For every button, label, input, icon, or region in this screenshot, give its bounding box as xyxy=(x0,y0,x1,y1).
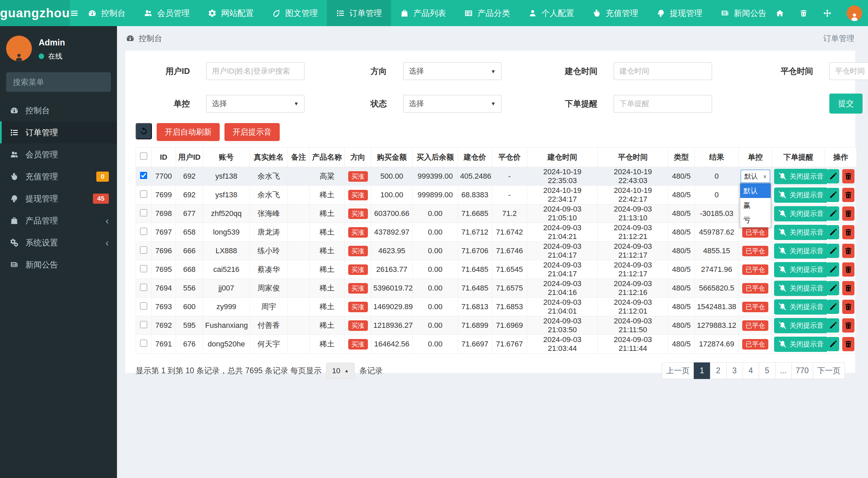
top-nav-item[interactable]: 新闻公告 xyxy=(711,0,775,26)
sidebar-item[interactable]: 提现管理 45 xyxy=(0,187,117,210)
delete-button[interactable] xyxy=(842,337,854,351)
auto-refresh-button[interactable]: 开启自动刷新 xyxy=(157,123,220,141)
mute-alert-button[interactable]: 关闭提示音 xyxy=(774,225,828,240)
delete-button[interactable] xyxy=(842,206,854,221)
mute-alert-button[interactable]: 关闭提示音 xyxy=(774,337,828,352)
row-checkbox[interactable] xyxy=(140,191,147,198)
delete-button[interactable] xyxy=(842,169,854,183)
edit-button[interactable] xyxy=(827,318,839,333)
row-checkbox[interactable] xyxy=(140,172,147,179)
top-nav-item[interactable]: 充值管理 xyxy=(583,0,647,26)
mute-alert-button[interactable]: 关闭提示音 xyxy=(774,187,828,203)
cell-open-time: 2024-09-03 21:04:16 xyxy=(527,279,598,298)
edit-button[interactable] xyxy=(827,337,839,351)
delete-button[interactable] xyxy=(842,188,854,202)
delete-button[interactable] xyxy=(842,262,854,277)
status-select[interactable]: 选择▼ xyxy=(403,95,501,113)
top-nav-item-label: 充值管理 xyxy=(606,8,638,19)
home-icon[interactable] xyxy=(775,9,784,18)
row-checkbox[interactable] xyxy=(140,340,147,347)
cell-order-alert: 关闭提示音 xyxy=(772,242,825,260)
top-nav-item[interactable]: 提现管理 xyxy=(647,0,711,26)
page-button[interactable]: 下一页 xyxy=(813,362,845,379)
row-checkbox[interactable] xyxy=(140,284,147,291)
mute-alert-button[interactable]: 关闭提示音 xyxy=(774,318,828,333)
cell-close-time: 2024-10-19 22:43:03 xyxy=(598,167,668,186)
sidebar-search-input[interactable] xyxy=(13,78,113,87)
cell-actions xyxy=(825,242,857,260)
top-nav-item[interactable]: 订单管理 xyxy=(327,0,391,26)
top-nav-item[interactable]: 图文管理 xyxy=(263,0,327,26)
row-checkbox[interactable] xyxy=(140,321,147,328)
top-nav-item[interactable]: 网站配置 xyxy=(199,0,263,26)
delete-button[interactable] xyxy=(842,244,854,258)
mute-alert-button[interactable]: 关闭提示音 xyxy=(774,281,828,296)
dropdown-option-default[interactable]: 默认 xyxy=(740,183,771,198)
trash-icon[interactable] xyxy=(799,9,808,18)
top-nav-item[interactable]: 产品分类 xyxy=(455,0,519,26)
page-button[interactable]: 2 xyxy=(710,362,727,379)
shopping-bag-icon xyxy=(10,216,19,225)
edit-button[interactable] xyxy=(827,281,839,295)
user-menu[interactable]: Admin xyxy=(847,5,868,21)
order-alert-input[interactable] xyxy=(614,95,712,113)
row-checkbox[interactable] xyxy=(140,209,147,216)
delete-button[interactable] xyxy=(842,225,854,239)
caret-up-icon: ▲ xyxy=(344,368,349,373)
row-checkbox[interactable] xyxy=(140,265,147,272)
edit-button[interactable] xyxy=(827,225,839,239)
row-checkbox[interactable] xyxy=(140,228,147,235)
top-nav-item[interactable]: 会员管理 xyxy=(135,0,199,26)
per-page-select[interactable]: 10 ▲ xyxy=(326,363,354,379)
sidebar-item[interactable]: 订单管理 xyxy=(0,121,117,143)
sidebar-item[interactable]: 充值管理 0 xyxy=(0,165,117,187)
row-checkbox[interactable] xyxy=(140,246,147,254)
cell-user-id: 668 xyxy=(176,260,203,279)
sidebar-item[interactable]: 控制台 xyxy=(0,99,117,121)
delete-button[interactable] xyxy=(842,300,854,314)
breadcrumb-left[interactable]: 控制台 xyxy=(126,33,162,44)
dropdown-option-lose[interactable]: 亏 xyxy=(740,213,771,227)
delete-button[interactable] xyxy=(842,281,854,295)
submit-button[interactable]: 提交 xyxy=(829,94,863,114)
mute-alert-button[interactable]: 关闭提示音 xyxy=(774,299,828,315)
edit-button[interactable] xyxy=(827,188,839,202)
menu-toggle-button[interactable] xyxy=(70,0,79,26)
row-checkbox[interactable] xyxy=(140,302,147,310)
dropdown-option-win[interactable]: 赢 xyxy=(740,198,771,213)
page-button[interactable]: ... xyxy=(775,362,792,379)
delete-button[interactable] xyxy=(842,318,854,333)
page-button[interactable]: 上一页 xyxy=(662,362,694,379)
select-all-checkbox[interactable] xyxy=(140,153,147,160)
top-nav-item[interactable]: 产品列表 xyxy=(391,0,455,26)
sound-toggle-button[interactable]: 开启提示音 xyxy=(224,123,280,141)
control-select[interactable]: 选择▼ xyxy=(206,95,304,113)
page-button[interactable]: 3 xyxy=(726,362,743,379)
mute-alert-button[interactable]: 关闭提示音 xyxy=(774,169,828,184)
open-time-input[interactable] xyxy=(614,62,712,80)
close-time-input[interactable] xyxy=(829,62,868,80)
mute-alert-button[interactable]: 关闭提示音 xyxy=(774,262,828,277)
sidebar-item[interactable]: 系统设置 ‹ xyxy=(0,232,117,254)
page-button[interactable]: 5 xyxy=(759,362,775,379)
row-control-select[interactable]: 默认 ∨ xyxy=(741,170,770,183)
edit-button[interactable] xyxy=(827,262,839,277)
edit-button[interactable] xyxy=(827,169,839,183)
fullscreen-icon[interactable] xyxy=(823,9,832,18)
sidebar-item[interactable]: 产品管理 ‹ xyxy=(0,210,117,232)
sidebar-item[interactable]: 新闻公告 xyxy=(0,254,117,276)
top-nav-item[interactable]: 个人配置 xyxy=(519,0,583,26)
edit-button[interactable] xyxy=(827,206,839,221)
sidebar-item[interactable]: 会员管理 xyxy=(0,143,117,165)
mute-alert-button[interactable]: 关闭提示音 xyxy=(774,243,828,259)
top-nav-item[interactable]: 控制台 xyxy=(79,0,135,26)
mute-alert-button[interactable]: 关闭提示音 xyxy=(774,206,828,221)
direction-select[interactable]: 选择▼ xyxy=(403,62,501,80)
refresh-table-button[interactable] xyxy=(136,123,152,139)
page-button[interactable]: 4 xyxy=(743,362,759,379)
edit-button[interactable] xyxy=(827,244,839,258)
page-button[interactable]: 1 xyxy=(694,362,710,379)
user-id-input[interactable] xyxy=(206,62,304,80)
page-button[interactable]: 770 xyxy=(791,362,813,379)
edit-button[interactable] xyxy=(827,300,839,314)
